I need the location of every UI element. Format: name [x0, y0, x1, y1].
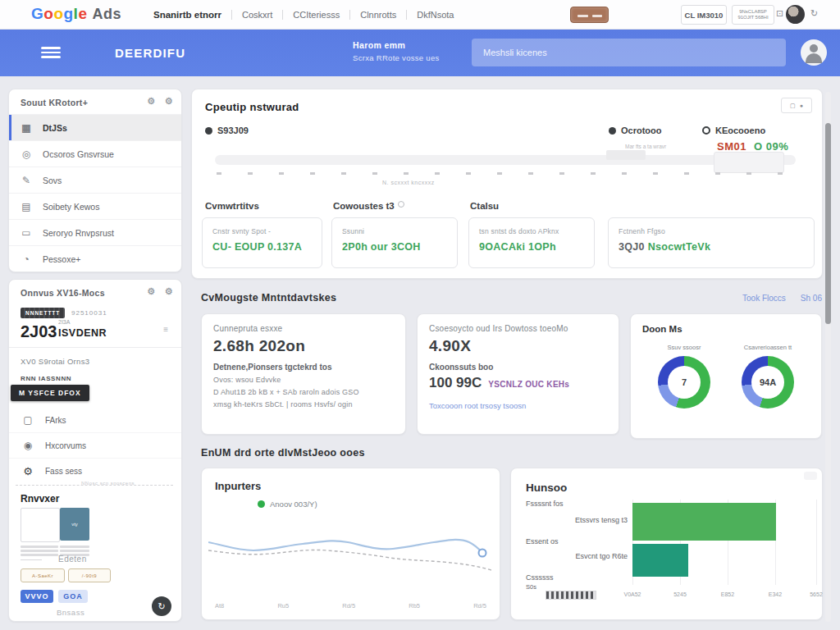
panel-settings-icons[interactable]: ⚙ ⚙: [140, 286, 173, 297]
chart-tools-button[interactable]: ▢ ●: [781, 98, 812, 113]
logo-letter: g: [64, 5, 74, 22]
metric-line: Ssunni: [342, 227, 364, 235]
legend-label: Anoov 003/Y): [270, 500, 317, 509]
nav-item-reports[interactable]: Snanirtb etnorr: [144, 10, 231, 20]
nav-item-1[interactable]: Coskxrt: [231, 10, 282, 20]
outline-button-1[interactable]: A-SaeKr: [21, 568, 65, 582]
notifications-icon[interactable]: ⊡: [776, 8, 783, 19]
delta-values: SM01 O 09%: [717, 140, 788, 153]
pen-icon: ✎: [21, 175, 32, 186]
scrollbar-thumb[interactable]: [825, 123, 831, 324]
trends-section-title: EnUM drd orte dlvMstJeoo ooes: [201, 447, 365, 459]
google-ads-logo[interactable]: GoogleAds: [31, 5, 121, 23]
metric-card-1[interactable]: Cnstr svnty Spot - CU- EOUP 0.137A: [202, 217, 322, 268]
sidebar-item-1[interactable]: ◎ Ocsoros Gnsvrsue: [9, 140, 181, 167]
donut-row: Ssuv ssoosr 7 Csavrerioassen tt 94A: [642, 344, 810, 409]
line-endpoint-marker: [479, 550, 486, 557]
gear-icon[interactable]: ⚙: [147, 96, 155, 106]
page-title: DEERDIFU: [115, 46, 185, 60]
insight-link[interactable]: Toxcooon root trsosy tsoosn: [429, 401, 607, 410]
header-info: Harom emm Scrxa RRote vosse ues: [353, 40, 440, 62]
skeleton-line: [21, 554, 58, 556]
donut-card-title: Doon Ms: [642, 324, 810, 334]
sidebar-item-label: Soibety Kewos: [43, 202, 99, 212]
donut-block-2: Csavrerioassen tt 94A: [728, 344, 807, 409]
delta-green-value: O 09%: [754, 140, 788, 153]
insights-link-1[interactable]: Took Floccs: [742, 294, 786, 303]
logo-ads-text: Ads: [92, 6, 121, 22]
sidebar-item-label: DtJSs: [43, 123, 67, 133]
axis-tick: E342: [757, 591, 793, 597]
axis-tick: V0A52: [614, 591, 651, 597]
gear-icon[interactable]: ⚙: [165, 96, 173, 106]
card-notch: [804, 472, 817, 480]
metric-header-1: Cvmwtrtitvs: [205, 201, 259, 211]
insights-link-2[interactable]: Sh 06: [801, 294, 822, 303]
sidebar-item-5[interactable]: ◔ Pessoxe+: [9, 245, 181, 272]
donut-block-1: Ssuv ssoosr 7: [645, 344, 724, 409]
sidebar-item-0[interactable]: ▦ DtJSs: [9, 114, 181, 140]
sidebar-item-3[interactable]: ▤ Soibety Kewos: [9, 193, 181, 219]
legend-item-3[interactable]: KEocooeno: [702, 126, 765, 135]
insight-value-2: 100 99C: [429, 375, 482, 391]
gear-icon[interactable]: ⚙: [147, 286, 155, 296]
gear-icon[interactable]: ⚙: [165, 286, 173, 296]
chip-vvvo[interactable]: VVVO: [21, 590, 53, 603]
nav-item-2[interactable]: CCIteriesss: [282, 10, 349, 20]
legend-item-1[interactable]: S93J09: [205, 126, 249, 135]
metric-card-2[interactable]: Ssunni 2P0h our 3COH: [331, 217, 458, 268]
bar-category-2: Essent os: [526, 537, 559, 546]
fab-button[interactable]: ↻: [152, 596, 171, 616]
panel-item-0[interactable]: ▢ FArks: [9, 408, 181, 432]
watch-box-badge[interactable]: M YSFCE DFOX: [11, 385, 89, 401]
refresh-icon: ↻: [158, 601, 165, 612]
account-info-line2: 91OJfT 568HI: [737, 15, 768, 21]
account-info-box[interactable]: 9NsCLA8SP 91OJfT 568HI: [732, 5, 774, 25]
panel-stat-unit: ISVDENR: [58, 327, 107, 339]
insight-value: 2.68h 202on: [213, 337, 394, 355]
band-note: Mar fts a ta wravr: [625, 144, 666, 149]
metric-card-4[interactable]: Fctnenh Ffgso 3QJ0NsocwtTeVk: [608, 217, 815, 268]
profile-avatar[interactable]: [801, 39, 827, 66]
logo-letter: G: [31, 5, 43, 22]
bar-chart-card: Hunsoo Fssssnt fos Essent os Cssssss S0s…: [510, 468, 823, 620]
sidebar-item-label: Seroryo Rnvpsrust: [43, 228, 114, 238]
target-icon: ◎: [21, 148, 32, 160]
promo-button[interactable]: [570, 7, 609, 23]
donut-center-value: 7: [682, 377, 687, 387]
nav-item-3[interactable]: Clnnrotts: [349, 10, 406, 20]
x-axis-labels: At8 Ru5 Rd/5 Rb5 Rd/5: [215, 602, 486, 609]
label-rule: [21, 559, 42, 560]
line-chart-legend[interactable]: Anoov 003/Y): [258, 500, 317, 509]
header-info-line2: Scrxa RRote vosse ues: [353, 53, 440, 62]
menu-icon[interactable]: [41, 47, 61, 58]
help-icon[interactable]: ↻: [810, 8, 818, 19]
panel-item-2[interactable]: ⚙ Fass sess: [9, 458, 181, 483]
divider-label: Edeten: [58, 555, 87, 564]
panel-item-1[interactable]: ◉ Hxcorvums: [9, 432, 181, 458]
panel-item-label: Fass sess: [45, 467, 82, 476]
metric-value: CU- EOUP 0.137A: [212, 241, 302, 253]
panel-stat-value: 2J03: [21, 322, 57, 341]
account-id-box[interactable]: CL IM3010: [681, 5, 727, 25]
scroll-indicator-icon: ≡: [163, 325, 168, 334]
sidebar-item-4[interactable]: ▭ Seroryo Rnvpsrust: [9, 219, 181, 245]
sidebar-item-2[interactable]: ✎ Sovs: [9, 167, 181, 193]
user-avatar[interactable]: [786, 5, 805, 24]
chip-goa[interactable]: GOA: [58, 590, 88, 603]
legend-item-2[interactable]: Ocrotooo: [609, 126, 662, 135]
sidebar-nav-card: Souut KRotort+ ⚙ ⚙ ▦ DtJSs ◎ Ocsoros Gns…: [8, 89, 182, 272]
search-input[interactable]: [472, 39, 786, 66]
nav-item-4[interactable]: DkfNsota: [406, 10, 463, 20]
insight-value-row: 100 99C YSCNLZ OUC KEHs: [429, 375, 607, 391]
outline-button-2[interactable]: /-90t9: [68, 568, 111, 582]
legend-label: Ocrotooo: [621, 126, 662, 135]
sidebar-settings-icons[interactable]: ⚙ ⚙: [140, 96, 173, 107]
panel-item-label: Hxcorvums: [45, 441, 86, 450]
bar-2[interactable]: [632, 544, 688, 577]
bar-1[interactable]: [632, 503, 776, 541]
metric-card-3[interactable]: tsn sntst ds doxto APknx 9OACAki 1OPh: [468, 217, 595, 268]
x-axis-ticks: [217, 172, 789, 175]
sidebar-item-label: Sovs: [43, 176, 62, 185]
flat-chart-band: [215, 155, 796, 165]
